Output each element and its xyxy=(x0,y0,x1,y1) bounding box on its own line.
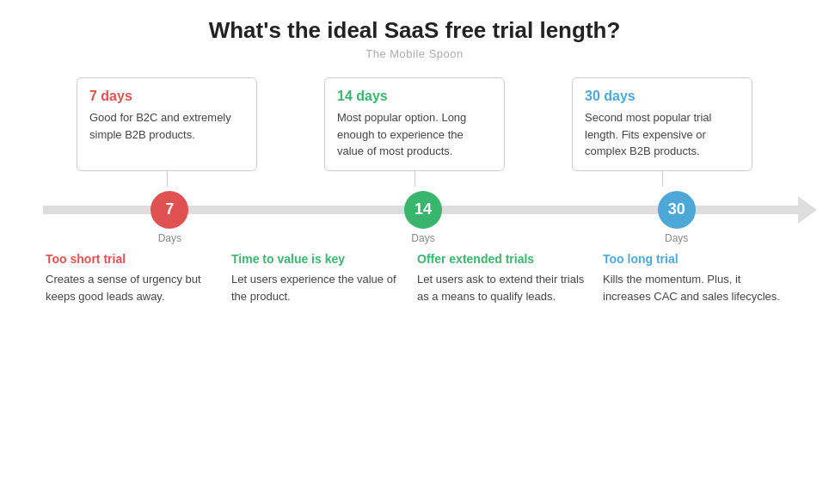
bottom-text-offer-extended: Let users ask to extend their trials as … xyxy=(417,271,598,305)
timeline-node-30: 30 xyxy=(658,191,696,229)
trial-boxes-row: 7 days Good for B2C and extremely simple… xyxy=(26,77,803,171)
bottom-section-too-long: Too long trial Kills the momentum. Plus,… xyxy=(603,252,783,305)
timeline-node-14: 14 xyxy=(404,191,442,229)
timeline-node-wrapper-30: 30 Days xyxy=(658,191,696,229)
bottom-text-too-short: Creates a sense of urgency but keeps goo… xyxy=(46,271,226,305)
bottom-section-too-short: Too short trial Creates a sense of urgen… xyxy=(46,252,226,305)
bottom-title-time-to-value: Time to value is key xyxy=(231,252,412,266)
connector-line-30 xyxy=(662,171,663,187)
node-label-14: Days xyxy=(411,232,434,244)
timeline: 7 Days 14 Days 30 Days xyxy=(26,187,803,233)
bottom-title-too-long: Too long trial xyxy=(603,252,783,266)
bottom-title-too-short: Too short trial xyxy=(46,252,226,266)
node-label-7: Days xyxy=(158,232,181,244)
trial-box-14-label: 14 days xyxy=(337,89,492,104)
page-title: What's the ideal SaaS free trial length? xyxy=(209,17,621,44)
connector-line-14 xyxy=(414,171,415,187)
trial-box-30: 30 days Second most popular trial length… xyxy=(572,77,752,171)
timeline-node-7: 7 xyxy=(150,191,188,229)
bottom-title-offer-extended: Offer extended trials xyxy=(417,252,598,266)
trial-box-7-label: 7 days xyxy=(89,89,244,104)
bottom-section-offer-extended: Offer extended trials Let users ask to e… xyxy=(417,252,598,305)
node-label-30: Days xyxy=(665,232,688,244)
connector-line-7 xyxy=(167,171,168,187)
bottom-section-time-to-value: Time to value is key Let users experienc… xyxy=(231,252,412,305)
box-connectors xyxy=(26,171,803,187)
connector-spacer-14 xyxy=(324,171,505,187)
page-subtitle: The Mobile Spoon xyxy=(365,47,464,60)
trial-box-30-label: 30 days xyxy=(585,89,740,104)
bottom-text-too-long: Kills the momentum. Plus, it increases C… xyxy=(603,271,783,305)
timeline-node-wrapper-7: 7 Days xyxy=(150,191,188,229)
trial-box-30-description: Second most popular trial length. Fits e… xyxy=(585,109,740,160)
bottom-text-time-to-value: Let users experience the value of the pr… xyxy=(231,271,412,305)
timeline-nodes: 7 Days 14 Days 30 Days xyxy=(43,187,803,233)
content-area: 7 days Good for B2C and extremely simple… xyxy=(26,77,803,305)
connector-spacer-30 xyxy=(572,171,752,187)
trial-box-7: 7 days Good for B2C and extremely simple… xyxy=(77,77,257,171)
timeline-node-wrapper-14: 14 Days xyxy=(404,191,442,229)
trial-box-14-description: Most popular option. Long enough to expe… xyxy=(337,109,492,160)
connector-spacer-7 xyxy=(77,171,257,187)
trial-box-14: 14 days Most popular option. Long enough… xyxy=(324,77,505,171)
trial-box-7-description: Good for B2C and extremely simple B2B pr… xyxy=(89,109,244,143)
